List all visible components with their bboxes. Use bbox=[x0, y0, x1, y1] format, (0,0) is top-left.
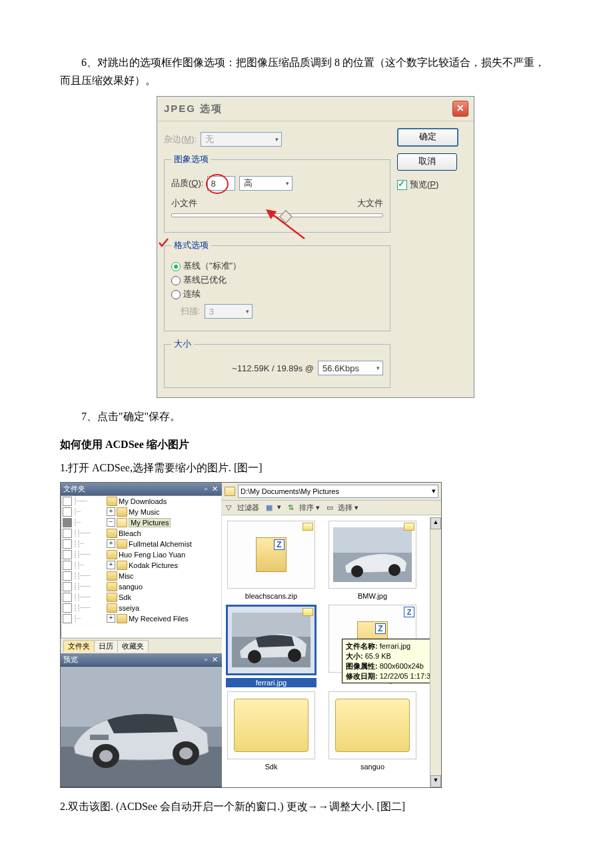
sort-icon: ⇅ bbox=[288, 503, 297, 513]
scrollbar[interactable]: ▲ ▼ bbox=[430, 517, 441, 787]
svg-point-11 bbox=[388, 564, 400, 576]
chevron-down-icon: ▾ bbox=[273, 136, 279, 143]
small-file-label: 小文件 bbox=[171, 197, 197, 209]
paragraph-6: 6、对跳出的选项框作图像选项：把图像压缩品质调到 8 的位置（这个数字比较适合，… bbox=[60, 53, 553, 89]
svg-point-14 bbox=[248, 650, 261, 663]
car-thumb-icon bbox=[232, 613, 310, 667]
size-group: 大小 ~112.59K / 19.89s @ 56.6Kbps▾ bbox=[164, 338, 390, 388]
svg-point-15 bbox=[288, 649, 301, 662]
svg-point-6 bbox=[179, 747, 193, 759]
acdsee-screenshot: 文件夹▫ ✕ ┊┈┈┈My Downloads ┊┈+My Music ┊┈−M… bbox=[60, 482, 442, 788]
tree-my-pictures[interactable]: ┊┈−My Pictures bbox=[61, 517, 221, 528]
image-options-legend: 图象选项 bbox=[171, 153, 211, 165]
dialog-title: JPEG 选项 bbox=[164, 103, 223, 115]
address-bar: D:\My Documents\My Pictures▾ bbox=[222, 483, 441, 501]
image-options-group: 图象选项 品质(Q): 8 高▾ 小文件 bbox=[164, 153, 390, 233]
matte-select: 无▾ bbox=[201, 132, 282, 147]
scroll-down-icon[interactable]: ▼ bbox=[430, 775, 441, 787]
speed-select[interactable]: 56.6Kbps▾ bbox=[318, 361, 383, 375]
large-file-label: 大文件 bbox=[357, 197, 383, 209]
chevron-down-icon: ▾ bbox=[283, 180, 289, 187]
preview-checkbox[interactable]: 预览(P) bbox=[397, 179, 467, 191]
zip-badge-icon: Z bbox=[404, 607, 414, 617]
chevron-down-icon: ▾ bbox=[374, 365, 380, 371]
size-legend: 大小 bbox=[171, 338, 194, 350]
funnel-icon: ▽ bbox=[226, 503, 235, 513]
quality-label: 品质(Q): bbox=[171, 177, 203, 189]
baseline-optimized-radio[interactable]: 基线已优化 bbox=[171, 274, 383, 286]
red-check-annotation bbox=[158, 237, 170, 248]
close-icon[interactable]: ✕ bbox=[452, 101, 468, 117]
progressive-radio[interactable]: 连续 bbox=[171, 288, 383, 300]
preview-image bbox=[61, 666, 222, 787]
svg-point-10 bbox=[351, 565, 363, 577]
thumb-bleachscans[interactable]: bleachscans.zip bbox=[226, 521, 316, 601]
jpeg-options-dialog: JPEG 选项 ✕ 杂边(M): 无▾ 图象选项 品质(Q): bbox=[157, 96, 474, 398]
tab-calendar[interactable]: 日历 bbox=[94, 640, 118, 652]
sort-button[interactable]: ⇅ 排序 ▾ bbox=[288, 503, 320, 513]
cancel-button[interactable]: 取消 bbox=[397, 153, 457, 171]
svg-point-4 bbox=[99, 750, 113, 762]
scans-select: 3▾ bbox=[205, 304, 253, 319]
ok-button[interactable]: 确定 bbox=[397, 128, 458, 147]
format-options-group: 格式选项 基线（"标准"） 基线已优化 连续 扫描: 3▾ bbox=[164, 239, 390, 331]
chevron-down-icon: ▾ bbox=[432, 487, 436, 495]
file-tooltip: 文件名称: ferrari.jpg 大小: 65.9 KB 图像属性: 800x… bbox=[342, 639, 441, 683]
svg-rect-13 bbox=[232, 613, 310, 637]
folders-pane-header: 文件夹▫ ✕ bbox=[61, 483, 222, 495]
filter-button[interactable]: ▽ 过滤器 bbox=[226, 503, 259, 513]
baseline-standard-radio[interactable]: 基线（"标准"） bbox=[171, 260, 383, 272]
thumbnail-area[interactable]: bleachscans.zip BMW.jpg ferrari.jpg Z bbox=[222, 515, 441, 787]
select-icon: ▭ bbox=[326, 503, 336, 513]
quality-select[interactable]: 高▾ bbox=[239, 176, 293, 191]
view-button[interactable]: ▦ ▾ bbox=[266, 503, 281, 512]
scroll-up-icon[interactable]: ▲ bbox=[430, 517, 441, 529]
scans-label: 扫描: bbox=[181, 305, 201, 317]
thumb-sdk[interactable]: Sdk bbox=[226, 691, 316, 771]
matte-label: 杂边(M): bbox=[164, 133, 197, 145]
tab-folders[interactable]: 文件夹 bbox=[63, 640, 95, 652]
size-text: ~112.59K / 19.89s @ bbox=[232, 363, 314, 373]
address-combo[interactable]: D:\My Documents\My Pictures▾ bbox=[238, 485, 438, 498]
paragraph-7: 7、点击"确定"保存。 bbox=[60, 407, 553, 425]
left-tabs[interactable]: 文件夹日历收藏夹 bbox=[61, 638, 222, 653]
tab-favorites[interactable]: 收藏夹 bbox=[117, 640, 149, 652]
thumb-bmw[interactable]: BMW.jpg bbox=[327, 521, 418, 601]
svg-rect-9 bbox=[333, 527, 412, 553]
zip-icon bbox=[256, 537, 287, 572]
dialog-titlebar: JPEG 选项 ✕ bbox=[157, 97, 474, 121]
paragraph-step2: 2.双击该图. (ACDSee 会自动开启一个新的窗口.) 更改→→调整大小. … bbox=[60, 797, 553, 815]
car-thumb-icon bbox=[333, 527, 412, 582]
preview-pane-header: 预览▫ ✕ bbox=[61, 653, 222, 666]
folder-icon bbox=[234, 699, 308, 752]
grid-icon: ▦ bbox=[266, 503, 275, 513]
thumb-ferrari[interactable]: ferrari.jpg bbox=[226, 605, 316, 687]
paragraph-step1: 1.打开 ACDSee,选择需要缩小的图片. [图一] bbox=[60, 459, 553, 477]
thumbs-toolbar: ▽ 过滤器 ▦ ▾ ⇅ 排序 ▾ ▭ 选择 ▾ bbox=[222, 501, 441, 515]
folder-icon bbox=[335, 699, 410, 752]
chevron-down-icon: ▾ bbox=[243, 308, 249, 315]
format-options-legend: 格式选项 bbox=[171, 239, 211, 251]
folder-icon bbox=[225, 487, 235, 496]
folder-tree[interactable]: ┊┈┈┈My Downloads ┊┈+My Music ┊┈−My Pictu… bbox=[61, 495, 222, 638]
pane-controls-icon[interactable]: ▫ ✕ bbox=[205, 485, 219, 493]
acdsee-heading: 如何使用 ACDSee 缩小图片 bbox=[60, 435, 553, 453]
quality-input[interactable]: 8 bbox=[207, 176, 235, 191]
red-arrow-annotation bbox=[265, 211, 311, 244]
svg-rect-7 bbox=[90, 735, 109, 740]
select-button[interactable]: ▭ 选择 ▾ bbox=[326, 503, 358, 513]
pane-controls-icon[interactable]: ▫ ✕ bbox=[205, 655, 219, 664]
thumb-sanguo[interactable]: sanguo bbox=[327, 691, 418, 771]
